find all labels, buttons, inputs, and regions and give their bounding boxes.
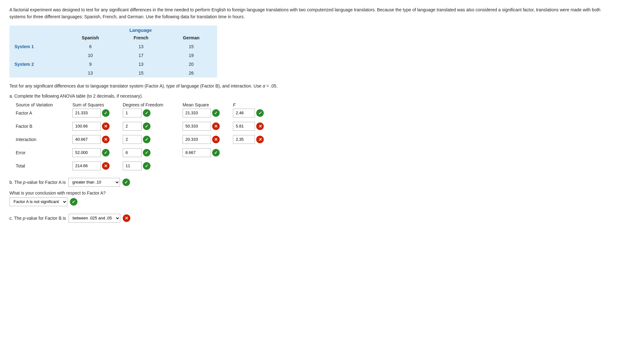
ss-4-x-icon: ✕ xyxy=(102,162,110,170)
anova-header-source: Source of Variation xyxy=(16,102,72,107)
factor-b-pvalue-x-icon: ✕ xyxy=(123,214,130,222)
ss-1-input[interactable] xyxy=(72,122,101,131)
instruction1: Test for any significant differences due… xyxy=(9,82,635,89)
df-2-input[interactable] xyxy=(123,135,142,144)
df-4-group: ✓ xyxy=(123,162,183,170)
f-2-x-icon: ✕ xyxy=(256,136,264,143)
anova-table: Source of Variation Sum of Squares Degre… xyxy=(16,102,635,170)
df-4-input[interactable] xyxy=(123,162,142,170)
ss-2-group: ✕ xyxy=(72,135,123,144)
anova-label-1: Factor B xyxy=(16,124,72,129)
df-3-group: ✓ xyxy=(123,148,183,157)
ss-4-group: ✕ xyxy=(72,162,123,170)
df-0-check-icon: ✓ xyxy=(143,109,150,117)
intro-paragraph: A factorial experiment was designed to t… xyxy=(9,6,607,20)
data-cell-2-2: 20 xyxy=(165,60,217,69)
section-b-pvalue-row: b. The p-value for Factor A is less than… xyxy=(9,178,635,187)
factor-a-conclusion-dropdown[interactable]: Factor A is significantFactor A is not s… xyxy=(9,197,67,206)
ms-0-check-icon: ✓ xyxy=(212,109,220,117)
factor-a-pvalue-check-icon: ✓ xyxy=(122,178,130,186)
f-2-group: ✕ xyxy=(233,135,271,144)
anova-header-f: F xyxy=(233,102,271,107)
df-1-input[interactable] xyxy=(123,122,142,131)
ss-0-group: ✓ xyxy=(72,109,123,117)
data-cell-3-0: 13 xyxy=(64,69,117,77)
df-1-check-icon: ✓ xyxy=(143,122,150,130)
ms-2-x-icon: ✕ xyxy=(212,136,220,143)
anova-header-df: Degrees of Freedom xyxy=(123,102,183,107)
col-header-german: German xyxy=(165,33,217,42)
ss-2-input[interactable] xyxy=(72,135,101,144)
col-header-french: French xyxy=(117,33,165,42)
section-c-pvalue-row: c. The p-value for Factor B is less than… xyxy=(9,214,635,223)
data-cell-3-2: 26 xyxy=(165,69,217,77)
f-0-check-icon: ✓ xyxy=(256,109,264,117)
ms-3-group: ✓ xyxy=(183,148,233,157)
anova-label-3: Error xyxy=(16,150,72,155)
data-cell-2-1: 13 xyxy=(117,60,165,69)
anova-label-4: Total xyxy=(16,163,72,168)
ms-0-input[interactable] xyxy=(183,109,211,117)
ss-2-x-icon: ✕ xyxy=(102,136,110,143)
f-1-x-icon: ✕ xyxy=(256,122,264,130)
ss-1-group: ✕ xyxy=(72,122,123,131)
df-3-input[interactable] xyxy=(123,148,142,157)
data-table-wrapper: Language Spanish French German System 16… xyxy=(9,26,635,77)
ss-0-check-icon: ✓ xyxy=(102,109,110,117)
row-label-2: System 2 xyxy=(9,60,64,69)
f-0-input[interactable] xyxy=(233,109,255,117)
anova-row-1: Factor B✕✓✕✕ xyxy=(16,122,635,131)
data-cell-1-2: 19 xyxy=(165,51,217,60)
ms-1-group: ✕ xyxy=(183,122,233,131)
anova-row-2: Interaction✕✓✕✕ xyxy=(16,135,635,144)
language-header: Language xyxy=(64,26,217,33)
data-cell-2-0: 9 xyxy=(64,60,117,69)
ss-3-input[interactable] xyxy=(72,148,101,157)
anova-header-ss: Sum of Squares xyxy=(72,102,123,107)
ms-2-group: ✕ xyxy=(183,135,233,144)
anova-label-0: Factor A xyxy=(16,110,72,116)
factor-a-pvalue-dropdown[interactable]: less than .01between .01 and .025between… xyxy=(68,178,120,187)
ms-0-group: ✓ xyxy=(183,109,233,117)
df-0-group: ✓ xyxy=(123,109,183,117)
ss-1-x-icon: ✕ xyxy=(102,122,110,130)
anova-row-0: Factor A✓✓✓✓ xyxy=(16,109,635,117)
f-1-input[interactable] xyxy=(233,122,255,131)
data-cell-0-2: 15 xyxy=(165,42,217,51)
section-c-label: c. The p-value for Factor B is xyxy=(9,216,66,221)
anova-row-3: Error✓✓✓ xyxy=(16,148,635,157)
df-2-check-icon: ✓ xyxy=(143,136,150,143)
anova-header-row: Source of Variation Sum of Squares Degre… xyxy=(16,102,635,107)
f-1-group: ✕ xyxy=(233,122,271,131)
ss-3-group: ✓ xyxy=(72,148,123,157)
ms-1-x-icon: ✕ xyxy=(212,122,220,130)
section-b-conclusion-row: Factor A is significantFactor A is not s… xyxy=(9,197,635,206)
instruction2: a. Complete the following ANOVA table (t… xyxy=(9,93,635,99)
section-b-label: b. The p-value for Factor A is xyxy=(9,180,66,185)
data-cell-3-1: 15 xyxy=(117,69,165,77)
anova-label-2: Interaction xyxy=(16,137,72,142)
anova-row-4: Total✕✓ xyxy=(16,162,635,170)
ms-1-input[interactable] xyxy=(183,122,211,131)
ss-0-input[interactable] xyxy=(72,109,101,117)
f-2-input[interactable] xyxy=(233,135,255,144)
section-b: b. The p-value for Factor A is less than… xyxy=(9,178,635,206)
row-label-1 xyxy=(9,51,64,60)
anova-header-ms: Mean Square xyxy=(183,102,233,107)
factor-b-pvalue-dropdown[interactable]: less than .01between .01 and .025between… xyxy=(69,214,120,223)
ss-4-input[interactable] xyxy=(72,162,101,170)
data-table: Language Spanish French German System 16… xyxy=(9,26,217,77)
row-label-0: System 1 xyxy=(9,42,64,51)
df-3-check-icon: ✓ xyxy=(143,149,150,156)
data-cell-1-0: 10 xyxy=(64,51,117,60)
conclusion-label: What is your conclusion with respect to … xyxy=(9,190,635,196)
col-header-spanish: Spanish xyxy=(64,33,117,42)
ms-2-input[interactable] xyxy=(183,135,211,144)
df-4-check-icon: ✓ xyxy=(143,162,150,170)
ss-3-check-icon: ✓ xyxy=(102,149,110,156)
ms-3-input[interactable] xyxy=(183,148,211,157)
section-c: c. The p-value for Factor B is less than… xyxy=(9,214,635,223)
ms-3-check-icon: ✓ xyxy=(212,149,220,156)
df-0-input[interactable] xyxy=(123,109,142,117)
data-cell-0-0: 6 xyxy=(64,42,117,51)
